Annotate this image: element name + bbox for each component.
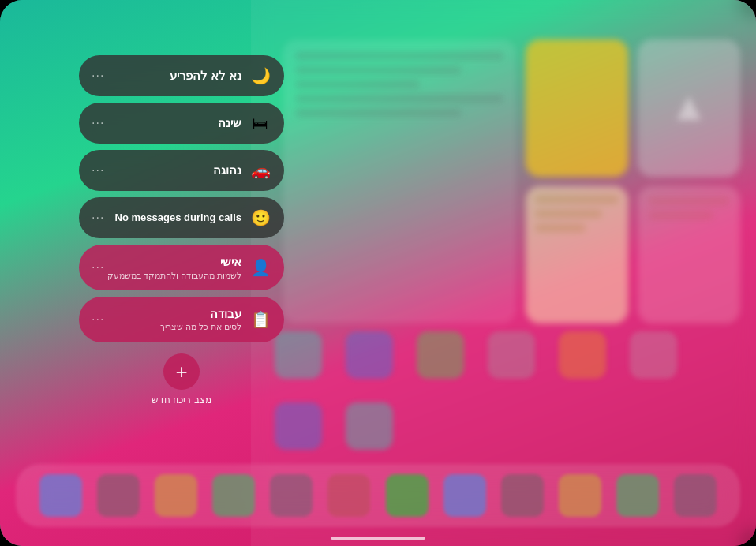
focus-item-sleep[interactable]: ··· שינה 🛏: [79, 103, 284, 144]
widget-small2: [638, 186, 740, 323]
focus-item-dnd-right: נא לא להפריע 🌙: [170, 65, 271, 87]
dock-icon-5: [270, 474, 313, 517]
widget-area: [283, 39, 740, 323]
focus-item-sleep-right: שינה 🛏: [218, 112, 271, 134]
focus-item-do-not-disturb[interactable]: ··· נא לא להפריע 🌙: [79, 55, 284, 96]
focus-item-work-right: עבודה לסים את כל מה שצריך 📋: [160, 306, 271, 333]
clipboard-icon: 📋: [249, 309, 271, 331]
app-icon-7: [275, 402, 322, 450]
app-icon-6: [630, 331, 677, 379]
focus-item-dnd-label: נא לא להפריע: [170, 68, 241, 84]
dock-icon-2: [97, 474, 140, 517]
add-focus-label: מצב ריכוז חדש: [152, 395, 211, 406]
app-icon-8: [346, 402, 393, 450]
focus-item-work[interactable]: ··· עבודה לסים את כל מה שצריך 📋: [79, 297, 284, 342]
focus-item-personal-label: אישי: [107, 254, 241, 270]
home-indicator: [331, 537, 425, 540]
bed-icon: 🛏: [249, 112, 271, 134]
widget-yellow: [526, 39, 628, 177]
focus-panel: ··· נא לא להפריע 🌙 ··· שינה 🛏 ··· נהוגה …: [79, 55, 284, 406]
focus-item-personal-sublabel: לשמות מהעבודה ולהתמקד במשמעק: [107, 270, 241, 281]
dock-icon-7: [386, 474, 429, 517]
svg-marker-0: [677, 96, 701, 120]
widget-white: [638, 39, 740, 177]
car-icon: 🚗: [249, 159, 271, 181]
app-icon-5: [559, 331, 606, 379]
focus-item-work-sublabel: לסים את כל מה שצריך: [160, 321, 241, 332]
dock-icon-3: [155, 474, 197, 517]
plus-icon: +: [175, 361, 187, 382]
widget-notes: [526, 186, 628, 323]
add-focus-button-container: + מצב ריכוז חדש: [79, 353, 284, 406]
app-icon-2: [346, 331, 393, 379]
dock-icon-6: [327, 474, 370, 517]
focus-item-work-label: עבודה: [160, 306, 241, 322]
app-icons-area: [275, 331, 732, 450]
dock: [16, 464, 740, 527]
more-dots-no-messages[interactable]: ···: [92, 211, 104, 225]
dock-icon-12: [674, 474, 717, 517]
app-icon-4: [488, 331, 535, 379]
smiley-icon: 🙂: [249, 207, 271, 229]
more-dots-work[interactable]: ···: [92, 312, 104, 327]
dock-icon-8: [443, 474, 486, 517]
focus-item-driving-right: נהוגה 🚗: [213, 159, 271, 181]
dock-icon-11: [616, 474, 659, 517]
more-dots-driving[interactable]: ···: [92, 163, 104, 178]
focus-item-personal-right: אישי לשמות מהעבודה ולהתמקד במשמעק 👤: [107, 254, 271, 281]
focus-item-sleep-label: שינה: [218, 115, 241, 131]
dock-icon-9: [501, 474, 544, 517]
ipad-frame: ··· נא לא להפריע 🌙 ··· שינה 🛏 ··· נהוגה …: [0, 0, 756, 546]
dock-icon-1: [39, 474, 82, 517]
more-dots-sleep[interactable]: ···: [92, 116, 104, 130]
dock-icon-4: [212, 474, 255, 517]
add-focus-button[interactable]: +: [163, 353, 200, 390]
person-icon: 👤: [249, 256, 271, 279]
dock-icon-10: [559, 474, 601, 517]
more-dots-personal[interactable]: ···: [92, 260, 104, 275]
focus-item-personal[interactable]: ··· אישי לשמות מהעבודה ולהתמקד במשמעק 👤: [79, 245, 284, 290]
focus-item-driving[interactable]: ··· נהוגה 🚗: [79, 150, 284, 191]
widget-large: [283, 39, 516, 323]
focus-item-no-messages-right: No messages during calls 🙂: [115, 207, 271, 229]
app-icon-3: [417, 331, 464, 379]
focus-item-no-messages[interactable]: ··· No messages during calls 🙂: [79, 197, 284, 238]
focus-item-no-messages-label: No messages during calls: [115, 211, 241, 225]
moon-icon: 🌙: [249, 65, 271, 87]
focus-item-driving-label: נהוגה: [213, 163, 241, 178]
more-dots-dnd[interactable]: ···: [92, 69, 104, 83]
